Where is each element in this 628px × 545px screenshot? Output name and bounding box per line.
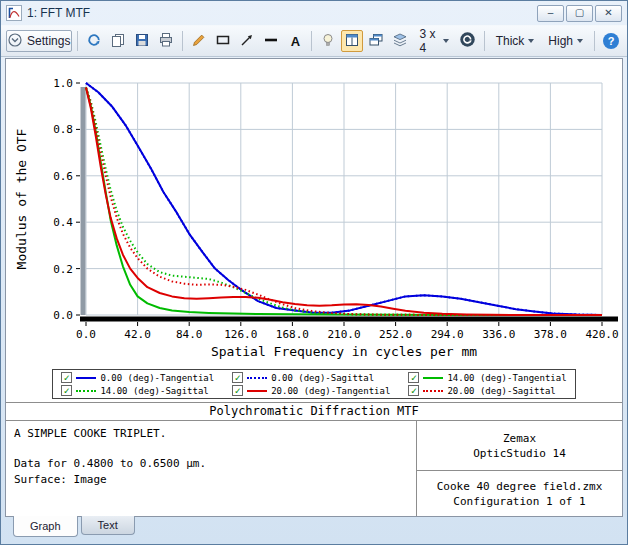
svg-text:0.8: 0.8 — [53, 123, 73, 136]
legend-entry: ✓ 0.00 (deg)-Tangential — [61, 372, 214, 383]
clone-window-icon — [368, 32, 384, 51]
bottom-tab-strip: Graph Text — [1, 517, 627, 544]
copy-icon — [110, 32, 126, 51]
text-tool-button[interactable]: A — [284, 30, 306, 52]
legend-line-sample — [423, 377, 443, 379]
svg-text:0.4: 0.4 — [53, 216, 73, 229]
rectangle-icon — [215, 32, 231, 51]
legend-checkbox[interactable]: ✓ — [61, 385, 72, 396]
rectangle-tool-button[interactable] — [212, 30, 234, 52]
svg-text:0.2: 0.2 — [53, 263, 73, 276]
svg-text:210.0: 210.0 — [327, 328, 360, 341]
grid-layout-dropdown[interactable]: 3 x 4 — [413, 29, 454, 53]
save-button[interactable] — [131, 30, 153, 52]
tab-graph[interactable]: Graph — [13, 516, 78, 537]
legend-checkbox[interactable]: ✓ — [408, 385, 419, 396]
copy-button[interactable] — [107, 30, 129, 52]
fft-mtf-window: 1: FFT MTF – ▢ ✕ Settings A 3 — [0, 0, 628, 545]
thickness-dropdown[interactable]: Thick — [490, 29, 541, 53]
window-icon — [6, 5, 22, 21]
separator — [484, 31, 485, 51]
pencil-tool-button[interactable] — [188, 30, 210, 52]
svg-text:0.6: 0.6 — [53, 170, 73, 183]
legend-line-sample — [76, 390, 96, 392]
legend-line-sample — [247, 390, 267, 392]
toolbar: Settings A 3 x 4 Thick High — [1, 25, 627, 57]
close-button[interactable]: ✕ — [595, 5, 622, 22]
help-icon: ? — [603, 33, 619, 49]
lens-title-line: A SIMPLE COOKE TRIPLET. — [14, 426, 408, 442]
separator — [594, 31, 595, 51]
chevron-down-circle-icon — [8, 33, 22, 50]
legend-checkbox[interactable]: ✓ — [232, 385, 243, 396]
svg-text:1.0: 1.0 — [53, 77, 73, 90]
legend-label: 14.00 (deg)-Tangential — [447, 373, 566, 383]
legend-label: 0.00 (deg)-Tangential — [100, 373, 214, 383]
legend-line-sample — [423, 390, 443, 392]
legend-entry: ✓ 20.00 (deg)-Tangential — [232, 385, 390, 396]
brand-name: Zemax — [503, 431, 536, 446]
svg-text:378.0: 378.0 — [534, 328, 567, 341]
tab-text[interactable]: Text — [81, 516, 135, 535]
svg-text:0.0: 0.0 — [76, 328, 96, 341]
grid-layout-label: 3 x 4 — [419, 27, 438, 55]
brand-cell: Zemax OpticStudio 14 — [417, 421, 622, 471]
legend-label: 14.00 (deg)-Sagittal — [100, 386, 208, 396]
svg-text:294.0: 294.0 — [431, 328, 464, 341]
svg-text:Modulus of the OTF: Modulus of the OTF — [14, 128, 29, 269]
settings-label: Settings — [27, 34, 70, 48]
split-view-button[interactable] — [341, 30, 363, 52]
legend-checkbox[interactable]: ✓ — [232, 372, 243, 383]
window-title: 1: FFT MTF — [27, 6, 532, 20]
text-tool-icon: A — [291, 34, 300, 49]
titlebar: 1: FFT MTF – ▢ ✕ — [1, 1, 627, 25]
info-area: A SIMPLE COOKE TRIPLET. Data for 0.4800 … — [6, 421, 622, 516]
legend-entry: ✓ 14.00 (deg)-Sagittal — [61, 385, 214, 396]
legend-checkbox[interactable]: ✓ — [61, 372, 72, 383]
brand-product: OpticStudio 14 — [473, 446, 566, 461]
separator — [182, 31, 183, 51]
legend-entry: ✓ 0.00 (deg)-Sagittal — [232, 372, 390, 383]
legend-label: 20.00 (deg)-Sagittal — [447, 386, 555, 396]
maximize-button[interactable]: ▢ — [566, 5, 593, 22]
redraw-button[interactable] — [457, 30, 479, 52]
configuration-label: Configuration 1 of 1 — [453, 494, 585, 509]
chevron-down-icon — [528, 39, 534, 43]
file-name: Cooke 40 degree field.zmx — [437, 479, 603, 494]
legend-label: 20.00 (deg)-Tangential — [271, 386, 390, 396]
clone-window-button[interactable] — [365, 30, 387, 52]
save-icon — [134, 32, 150, 51]
layers-button[interactable] — [389, 30, 411, 52]
svg-text:0.0: 0.0 — [53, 309, 73, 322]
plot-title: Polychromatic Diffraction MTF — [6, 402, 622, 421]
file-cell: Cooke 40 degree field.zmx Configuration … — [417, 471, 622, 516]
print-button[interactable] — [155, 30, 177, 52]
quality-dropdown[interactable]: High — [542, 29, 589, 53]
svg-text:84.0: 84.0 — [176, 328, 203, 341]
svg-text:42.0: 42.0 — [124, 328, 151, 341]
refresh-icon — [86, 32, 102, 51]
surface-line: Surface: Image — [14, 472, 408, 488]
legend-checkbox[interactable]: ✓ — [408, 372, 419, 383]
lamp-button[interactable] — [317, 30, 339, 52]
spacer — [14, 442, 408, 456]
help-button[interactable]: ? — [600, 30, 622, 52]
line-icon — [263, 32, 279, 51]
svg-text:420.0: 420.0 — [585, 328, 618, 341]
print-icon — [158, 32, 174, 51]
line-tool-button[interactable] — [260, 30, 282, 52]
mtf-chart[interactable]: 0.042.084.0126.0168.0210.0252.0294.0336.… — [6, 59, 623, 365]
pencil-icon — [191, 32, 207, 51]
lens-description: A SIMPLE COOKE TRIPLET. Data for 0.4800 … — [6, 421, 416, 516]
refresh-button[interactable] — [83, 30, 105, 52]
minimize-button[interactable]: – — [537, 5, 564, 22]
legend-entry: ✓ 20.00 (deg)-Sagittal — [408, 385, 566, 396]
info-right-column: Zemax OpticStudio 14 Cooke 40 degree fie… — [416, 421, 622, 516]
legend-entry: ✓ 14.00 (deg)-Tangential — [408, 372, 566, 383]
svg-text:252.0: 252.0 — [379, 328, 412, 341]
legend-line-sample — [76, 377, 96, 379]
graph-panel: 0.042.084.0126.0168.0210.0252.0294.0336.… — [5, 58, 623, 517]
arrow-tool-button[interactable] — [236, 30, 258, 52]
redraw-icon — [459, 31, 476, 51]
settings-button[interactable]: Settings — [6, 30, 72, 52]
